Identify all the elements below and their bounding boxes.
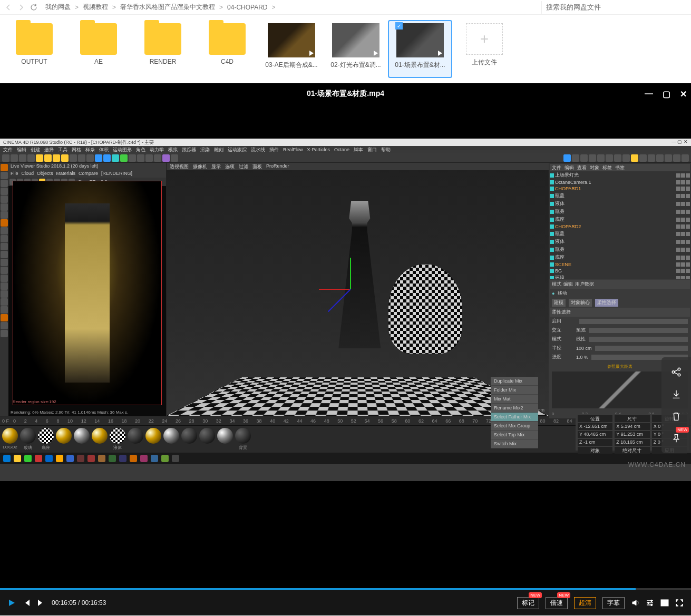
video-thumb (332, 23, 379, 57)
play-button[interactable] (7, 599, 16, 607)
share-icon[interactable] (669, 365, 684, 379)
folder-c4d[interactable]: C4D (195, 20, 259, 78)
close-icon[interactable]: ✕ (680, 89, 687, 99)
c4d-app: CINEMA 4D R19.068 Studio (RC - R19) - [C… (0, 139, 691, 481)
video-03[interactable]: 03-AE后期合成&... (259, 20, 324, 78)
subtitle-button[interactable]: 字幕 (602, 597, 625, 609)
viewport-bottle-1 (338, 201, 381, 348)
minimize-icon[interactable]: — (645, 89, 653, 99)
c4d-titlebar: CINEMA 4D R19.068 Studio (RC - R19) - [C… (0, 139, 691, 146)
video-viewport[interactable]: CINEMA 4D R19.068 Studio (RC - R19) - [C… (0, 104, 691, 588)
delete-icon[interactable] (669, 409, 684, 424)
c4d-left-toolbar (0, 163, 8, 416)
c4d-body: Live Viewer Studio 2018.1.2 (20 days lef… (0, 163, 691, 416)
pip-icon[interactable] (660, 599, 669, 607)
crumb-1[interactable]: 视频教程 (83, 3, 108, 12)
play-icon (309, 51, 314, 56)
svg-point-5 (651, 604, 653, 606)
c4d-toolbar (0, 153, 691, 163)
topbar: 我的网盘> 视频教程> 奢华香水风格图产品渲染中文教程> 04-CHOPARD> (0, 0, 691, 15)
player-title: 01-场景布置&材质.mp4 (307, 89, 384, 99)
upload-button[interactable]: +上传文件 (452, 20, 517, 78)
watermark: WWW.C4DAE.CN (628, 461, 686, 468)
folder-icon (80, 23, 117, 55)
search-input[interactable] (541, 1, 689, 14)
video-player: 01-场景布置&材质.mp4 — ▢ ✕ CINEMA 4D R19.068 S… (0, 83, 691, 615)
breadcrumb: 我的网盘> 视频教程> 奢华香水风格图产品渲染中文教程> 04-CHOPARD> (45, 3, 541, 12)
folder-output[interactable]: OUTPUT (2, 20, 66, 78)
player-controls: 00:16:05 / 00:16:53 标记NEW 倍速NEW 超清 字幕 (0, 588, 691, 615)
file-grid: OUTPUT AE RENDER C4D 03-AE后期合成&... 02-灯光… (0, 15, 691, 83)
render-title: Live Viewer Studio 2018.1.2 (20 days lef… (8, 163, 166, 170)
folder-render[interactable]: RENDER (131, 20, 195, 78)
volume-icon[interactable] (631, 599, 639, 607)
svg-point-4 (648, 602, 649, 604)
svg-rect-7 (665, 603, 668, 605)
new-badge: NEW (676, 427, 689, 433)
pin-icon[interactable]: NEW (669, 431, 684, 446)
object-tree: 文件编辑查看对象标签书签 上场景灯光OctaneCamera.1CHOPARD1… (549, 163, 691, 279)
folder-ae[interactable]: AE (66, 20, 131, 78)
window-controls: — ▢ ✕ (645, 83, 687, 104)
windows-taskbar (0, 453, 691, 464)
render-status: Rendering: 6% Ms/sec: 2.90 Tri: 41 1.014… (11, 410, 164, 415)
crumb-3[interactable]: 04-CHOPARD (227, 4, 267, 11)
svg-point-2 (678, 374, 680, 376)
c4d-menubar: 文件编辑创建选择工具网格样条体积运动图形角色动力学模拟跟踪器渲染雕刻运动跟踪流水… (0, 146, 691, 153)
play-icon (374, 51, 378, 56)
player-titlebar: 01-场景布置&材质.mp4 — ▢ ✕ (0, 83, 691, 104)
plus-icon: + (466, 23, 503, 55)
folder-icon (209, 23, 246, 55)
speed-button[interactable]: 倍速NEW (546, 597, 568, 609)
download-icon[interactable] (669, 387, 684, 402)
next-button[interactable] (37, 599, 45, 607)
maximize-icon[interactable]: ▢ (663, 89, 670, 99)
prev-button[interactable] (22, 599, 31, 607)
time-display: 00:16:05 / 00:16:53 (52, 599, 106, 607)
folder-icon (16, 23, 53, 55)
quality-button[interactable]: 超清 (574, 597, 596, 609)
side-toolbar: NEW (661, 357, 691, 453)
mark-button[interactable]: 标记NEW (517, 597, 539, 609)
check-icon: ✓ (395, 22, 403, 30)
svg-point-0 (672, 371, 675, 374)
play-icon (438, 51, 442, 56)
video-02[interactable]: 02-灯光布置&调... (324, 20, 388, 78)
render-menu: FileCloudObjectsMaterialsCompare[RENDERI… (8, 170, 166, 178)
video-01[interactable]: ✓01-场景布置&材... (388, 20, 452, 78)
folder-icon (144, 23, 181, 55)
fullscreen-icon[interactable] (675, 599, 684, 607)
context-menu: Duplicate MixFolder MixMix MatRename Mix… (491, 377, 538, 448)
nav-refresh[interactable] (27, 1, 40, 14)
nav-forward[interactable] (15, 1, 27, 14)
crumb-2[interactable]: 奢华香水风格图产品渲染中文教程 (120, 3, 215, 12)
svg-point-3 (651, 600, 653, 602)
settings-icon[interactable] (646, 599, 654, 607)
octane-render-panel: Live Viewer Studio 2018.1.2 (20 days lef… (8, 163, 167, 416)
video-thumb: ✓ (396, 23, 444, 57)
viewport-bottle-2 (388, 264, 462, 354)
nav-back[interactable] (2, 1, 15, 14)
svg-point-1 (678, 368, 680, 370)
render-preview (13, 181, 162, 405)
crumb-0[interactable]: 我的网盘 (45, 3, 71, 12)
viewport-menu: 透视视图摄像机显示选项过滤面板ProRender (167, 163, 549, 170)
video-thumb (268, 23, 315, 57)
